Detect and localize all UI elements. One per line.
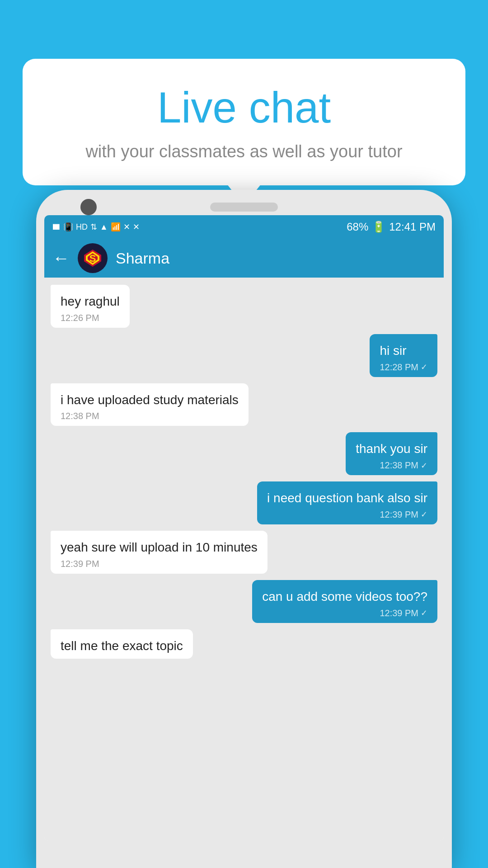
bluetooth-icon: ⯀	[52, 222, 61, 232]
wifi-icon: ▲	[100, 222, 108, 232]
message-row: thank you sir 12:38 PM ✓	[51, 432, 437, 475]
contact-name: Sharma	[116, 250, 169, 267]
xmark2-icon: ✕	[133, 222, 140, 232]
message-bubble-4: thank you sir 12:38 PM ✓	[346, 432, 437, 475]
hd-indicator: HD	[76, 222, 88, 232]
battery-percent: 68%	[347, 221, 368, 233]
vibrate-icon: 📳	[63, 222, 73, 232]
message-text: can u add some videos too??	[262, 588, 427, 605]
message-bubble-6: yeah sure will upload in 10 minutes 12:3…	[51, 531, 267, 574]
message-row: tell me the exact topic	[51, 629, 437, 659]
time-display: 12:41 PM	[389, 221, 436, 233]
message-text: tell me the exact topic	[61, 637, 183, 655]
phone-speaker	[210, 203, 278, 212]
bubble-subtitle: with your classmates as well as your tut…	[54, 141, 434, 163]
message-text: hey raghul	[61, 293, 120, 310]
speech-bubble-container: Live chat with your classmates as well a…	[23, 59, 465, 185]
check-icon: ✓	[421, 509, 427, 519]
message-text: yeah sure will upload in 10 minutes	[61, 539, 258, 556]
check-icon: ✓	[421, 461, 427, 471]
avatar: S	[78, 243, 108, 273]
message-bubble-1: hey raghul 12:26 PM	[51, 285, 130, 328]
phone-camera	[80, 199, 97, 215]
message-row: i have uploaded study materials 12:38 PM	[51, 383, 437, 426]
message-text: i need question bank also sir	[267, 490, 427, 507]
message-row: yeah sure will upload in 10 minutes 12:3…	[51, 531, 437, 574]
message-time: 12:39 PM	[61, 559, 258, 569]
message-row: i need question bank also sir 12:39 PM ✓	[51, 481, 437, 524]
status-icons: ⯀ 📳 HD ⇅ ▲ 📶 ✕ ✕	[52, 222, 140, 232]
status-bar-right: 68% 🔋 12:41 PM	[347, 221, 436, 233]
message-row: hey raghul 12:26 PM	[51, 285, 437, 328]
message-bubble-3: i have uploaded study materials 12:38 PM	[51, 383, 249, 426]
message-time: 12:39 PM ✓	[267, 509, 427, 520]
bubble-title: Live chat	[54, 84, 434, 132]
signal-icon: 📶	[111, 222, 121, 232]
message-bubble-8: tell me the exact topic	[51, 629, 193, 659]
message-row: hi sir 12:28 PM ✓	[51, 334, 437, 377]
message-bubble-7: can u add some videos too?? 12:39 PM ✓	[252, 580, 437, 623]
message-text: i have uploaded study materials	[61, 392, 239, 409]
message-bubble-5: i need question bank also sir 12:39 PM ✓	[257, 481, 437, 524]
speech-bubble: Live chat with your classmates as well a…	[23, 59, 465, 185]
back-button[interactable]: ←	[52, 249, 70, 268]
phone-top-bar	[44, 198, 444, 215]
chat-body[interactable]: hey raghul 12:26 PM hi sir 12:28 PM ✓ i …	[44, 278, 444, 841]
phone-frame: ⯀ 📳 HD ⇅ ▲ 📶 ✕ ✕ 68% 🔋 12:41 PM ←	[36, 190, 452, 868]
check-icon: ✓	[421, 362, 427, 372]
message-time: 12:26 PM	[61, 313, 120, 323]
message-time: 12:28 PM ✓	[380, 362, 427, 373]
chat-header: ← S Sharma	[44, 239, 444, 278]
phone-screen: ⯀ 📳 HD ⇅ ▲ 📶 ✕ ✕ 68% 🔋 12:41 PM ←	[44, 215, 444, 841]
svg-text:S: S	[89, 253, 96, 264]
status-bar: ⯀ 📳 HD ⇅ ▲ 📶 ✕ ✕ 68% 🔋 12:41 PM	[44, 215, 444, 239]
message-bubble-2: hi sir 12:28 PM ✓	[370, 334, 437, 377]
message-row: can u add some videos too?? 12:39 PM ✓	[51, 580, 437, 623]
check-icon: ✓	[421, 608, 427, 618]
message-time: 12:38 PM ✓	[356, 460, 427, 471]
battery-icon: 🔋	[372, 221, 385, 233]
message-time: 12:39 PM ✓	[262, 608, 427, 618]
message-time: 12:38 PM	[61, 411, 239, 421]
message-text: hi sir	[380, 342, 427, 359]
message-text: thank you sir	[356, 440, 427, 458]
data-arrow-icon: ⇅	[90, 222, 97, 232]
xmark-icon: ✕	[123, 222, 130, 232]
